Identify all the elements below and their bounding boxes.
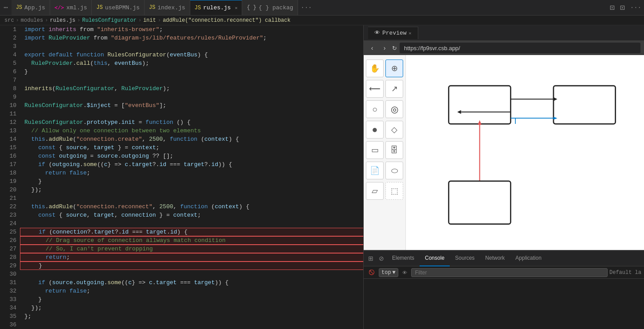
dashed-rect-btn[interactable]: ⬚	[385, 182, 403, 200]
cylinder-btn[interactable]: ⬭	[385, 162, 403, 179]
code-content[interactable]: import inherits from "inherits-browser";…	[20, 25, 363, 329]
refresh-button[interactable]: ↻	[392, 45, 397, 52]
db-btn[interactable]: 🗄	[385, 141, 403, 159]
line-number: 24	[0, 219, 16, 228]
forward-button[interactable]: ›	[380, 43, 389, 53]
tab-index-js[interactable]: JS index.js	[145, 0, 190, 16]
code-area: 1234567891011121314151617181920212223242…	[0, 25, 363, 329]
tab-app-js[interactable]: JS App.js	[12, 0, 50, 16]
circle-btn[interactable]: ○	[366, 100, 384, 118]
code-line	[24, 219, 363, 228]
frame-btn[interactable]: ▱	[366, 182, 384, 200]
tab-label: useBPMN.js	[105, 4, 140, 11]
filter-input[interactable]	[411, 268, 608, 277]
menu-icon[interactable]: ⋯	[0, 3, 12, 12]
preview-tab[interactable]: 👁 Preview ✕	[368, 27, 418, 39]
toolbar-row-1: ✋ ⊕	[366, 59, 403, 77]
code-line: inherits(RulesConfigurator, RuleProvider…	[24, 84, 363, 93]
breadcrumb-class: RulesConfigurator	[82, 17, 136, 24]
js-icon4: JS	[195, 5, 201, 11]
devtools-tab-network[interactable]: Network	[480, 251, 510, 266]
circle-large-btn[interactable]: ●	[366, 121, 384, 139]
url-bar[interactable]	[400, 43, 640, 53]
code-line: const { source, target } = context;	[24, 143, 363, 152]
svg-rect-1	[554, 86, 616, 124]
line-number: 35	[0, 312, 16, 321]
code-line: });	[24, 186, 363, 194]
hand-tool-btn[interactable]: ✋	[366, 59, 384, 77]
devtools-sidebar-btn[interactable]: ⊞	[365, 251, 376, 266]
devtools-panel: ⊞ ⊘ Elements Console Sources Network App…	[364, 250, 644, 329]
js-icon: JS	[16, 4, 22, 11]
toolbar-row-3: ○ ◎	[366, 100, 403, 118]
rect-btn[interactable]: ▭	[366, 141, 384, 159]
line-number: 5	[0, 59, 16, 67]
tab-package[interactable]: { } { } packag	[242, 0, 298, 16]
line-number: 9	[0, 93, 16, 101]
line-number: 28	[0, 253, 16, 262]
code-line: const outgoing = source.outgoing ?? [];	[24, 152, 363, 160]
devtools-tab-application[interactable]: Application	[510, 251, 547, 266]
diamond-btn[interactable]: ◇	[385, 121, 403, 139]
tab-label: App.js	[24, 4, 45, 11]
line-number: 14	[0, 135, 16, 143]
code-line: if (connection?.target?.id === target.id…	[20, 228, 363, 236]
tab-rules-js[interactable]: JS rules.js ✕	[190, 0, 243, 16]
code-line: RulesConfigurator.prototype.init = funct…	[24, 118, 363, 127]
code-line: import RuleProvider from "diagram-js/lib…	[24, 34, 363, 42]
top-selector[interactable]: top ▼	[379, 268, 398, 277]
devtools-content	[364, 279, 644, 329]
devtools-tab-sources[interactable]: Sources	[450, 251, 480, 266]
devtools-tab-console[interactable]: Console	[420, 251, 450, 266]
line-number: 17	[0, 160, 16, 169]
code-line: }	[20, 262, 363, 270]
code-line: // So, I can't prevent dropping	[20, 245, 363, 253]
code-line: }	[24, 177, 363, 186]
devtools-tabs: ⊞ ⊘ Elements Console Sources Network App…	[364, 251, 644, 266]
tab-close-icon[interactable]: ✕	[235, 5, 237, 11]
breadcrumb-src: src	[4, 17, 14, 24]
tab-overflow-btn[interactable]: ···	[298, 4, 314, 11]
pointer-tool-btn[interactable]: ⊕	[385, 59, 403, 77]
line-number: 23	[0, 211, 16, 219]
tab-xml-js[interactable]: ≺/≻ xml.js	[50, 0, 92, 16]
more-actions-btn[interactable]: ···	[628, 4, 644, 11]
preview-close-btn[interactable]: ✕	[409, 31, 412, 36]
toolbar-row-5: ▭ 🗄	[366, 141, 403, 159]
eye-console-btn[interactable]: 👁	[400, 269, 409, 276]
line-numbers: 1234567891011121314151617181920212223242…	[0, 25, 20, 329]
toolbar-row-7: ▱ ⬚	[366, 182, 403, 200]
devtools-block-btn[interactable]: ⊘	[376, 251, 387, 266]
connect-tool-btn[interactable]: ⟵	[366, 80, 384, 98]
code-line: this.addRule("connection.create", 2500, …	[24, 135, 363, 143]
arrow-tool-btn[interactable]: ↗	[385, 80, 403, 98]
back-button[interactable]: ‹	[367, 43, 377, 53]
code-line: };	[24, 312, 363, 321]
diagram-canvas	[406, 55, 644, 250]
code-line: import inherits from "inherits-browser";	[24, 25, 363, 34]
line-number: 27	[0, 245, 16, 253]
line-number: 31	[0, 278, 16, 287]
tab-bar: ⋯ JS App.js ≺/≻ xml.js JS useBPMN.js JS …	[0, 0, 644, 16]
breadcrumb-modules: modules	[21, 17, 43, 24]
devtools-tab-elements[interactable]: Elements	[387, 251, 420, 266]
line-number: 21	[0, 194, 16, 202]
code-line: }	[24, 67, 363, 76]
line-number: 26	[0, 236, 16, 245]
line-number: 29	[0, 262, 16, 270]
toggle-panel-btn[interactable]: ⊡	[617, 3, 628, 12]
breadcrumb-file: rules.js	[50, 17, 75, 24]
canvas-toolbar: ✋ ⊕ ⟵ ↗ ○ ◎ ● ◇	[364, 55, 406, 250]
tab-usebpmn-js[interactable]: JS useBPMN.js	[92, 0, 144, 16]
code-line: return false;	[24, 169, 363, 177]
clear-console-btn[interactable]: 🚫	[366, 269, 377, 276]
split-editor-btn[interactable]: ⊡	[607, 3, 617, 12]
toolbar-row-2: ⟵ ↗	[366, 80, 403, 98]
json-icon: { }	[247, 4, 256, 11]
line-number: 7	[0, 76, 16, 84]
line-number: 32	[0, 287, 16, 295]
circle-filled-btn[interactable]: ◎	[385, 100, 403, 118]
doc-btn[interactable]: 📄	[366, 162, 384, 179]
code-line: });	[24, 304, 363, 312]
console-toolbar: 🚫 top ▼ 👁 Default la	[364, 266, 644, 279]
